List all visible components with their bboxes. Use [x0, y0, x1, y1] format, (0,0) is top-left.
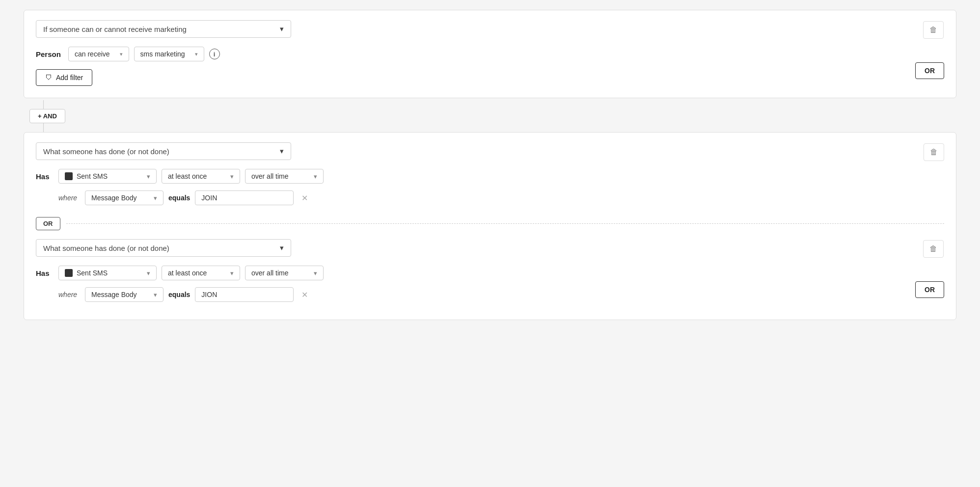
chevron-down-icon: ▾	[230, 270, 234, 277]
info-icon[interactable]: i	[209, 49, 220, 59]
equals-label-3: equals	[168, 291, 190, 298]
time-label-2: over all time	[251, 172, 288, 180]
trash-icon: 🗑	[929, 26, 937, 34]
chevron-down-icon: ▾	[314, 173, 317, 180]
time-select-3[interactable]: over all time ▾	[245, 266, 324, 280]
filter-icon: ⛉	[45, 74, 52, 81]
delete-button-1[interactable]: 🗑	[923, 21, 944, 39]
time-label-3: over all time	[251, 269, 288, 277]
chevron-down-icon: ▾	[314, 270, 317, 277]
freq-select-3[interactable]: at least once ▾	[162, 266, 240, 280]
value-input-3[interactable]	[195, 287, 294, 302]
condition-dropdown-2-label: What someone has done (or not done)	[43, 147, 169, 156]
clear-button-3[interactable]: ✕	[299, 289, 311, 300]
can-receive-select[interactable]: can receive ▾	[68, 47, 129, 61]
trash-icon: 🗑	[929, 244, 937, 253]
field-label-2: Message Body	[91, 194, 137, 202]
chevron-down-icon: ▾	[195, 51, 198, 57]
event-select-2[interactable]: Sent SMS ▾	[58, 169, 157, 184]
chevron-down-icon: ▾	[120, 51, 123, 57]
event-select-3[interactable]: Sent SMS ▾	[58, 266, 157, 280]
event-icon-2	[65, 172, 73, 180]
time-select-2[interactable]: over all time ▾	[245, 169, 324, 184]
where-label-3: where	[58, 291, 80, 298]
equals-label-2: equals	[168, 194, 190, 202]
has-label-3: Has	[36, 269, 54, 277]
event-icon-3	[65, 269, 73, 277]
delete-button-2[interactable]: 🗑	[924, 143, 944, 161]
person-label: Person	[36, 50, 63, 58]
chevron-down-icon: ▾	[154, 291, 157, 298]
and-button[interactable]: + AND	[29, 109, 65, 123]
add-filter-button[interactable]: ⛉ Add filter	[36, 69, 92, 86]
has-label-2: Has	[36, 172, 54, 181]
chevron-down-icon: ▾	[280, 147, 284, 156]
or-divider-button[interactable]: OR	[36, 217, 60, 230]
chevron-down-icon: ▾	[147, 270, 150, 277]
freq-select-2[interactable]: at least once ▾	[162, 169, 240, 184]
freq-label-3: at least once	[168, 269, 207, 277]
condition-dropdown-1[interactable]: If someone can or cannot receive marketi…	[36, 20, 291, 38]
condition-dropdown-1-label: If someone can or cannot receive marketi…	[43, 25, 187, 33]
or-button-3[interactable]: OR	[915, 281, 944, 298]
event-label-3: Sent SMS	[77, 269, 108, 277]
or-button-1[interactable]: OR	[915, 62, 944, 79]
can-receive-label: can receive	[75, 50, 110, 58]
chevron-down-icon: ▾	[280, 25, 284, 33]
field-select-3[interactable]: Message Body ▾	[85, 287, 163, 302]
condition-dropdown-3[interactable]: What someone has done (or not done) ▾	[36, 239, 291, 257]
event-label-2: Sent SMS	[77, 172, 108, 180]
add-filter-label: Add filter	[56, 74, 83, 81]
value-input-2[interactable]	[195, 190, 294, 205]
where-label-2: where	[58, 194, 80, 202]
clear-button-2[interactable]: ✕	[299, 192, 311, 204]
chevron-down-icon: ▾	[280, 244, 284, 252]
chevron-down-icon: ▾	[154, 194, 157, 202]
freq-label-2: at least once	[168, 172, 207, 180]
marketing-type-label: sms marketing	[140, 50, 185, 58]
delete-button-3[interactable]: 🗑	[923, 240, 944, 258]
marketing-type-select[interactable]: sms marketing ▾	[134, 47, 204, 61]
field-label-3: Message Body	[91, 291, 137, 298]
chevron-down-icon: ▾	[230, 173, 234, 180]
condition-dropdown-3-label: What someone has done (or not done)	[43, 244, 169, 252]
trash-icon: 🗑	[930, 148, 938, 156]
chevron-down-icon: ▾	[147, 173, 150, 180]
condition-dropdown-2[interactable]: What someone has done (or not done) ▾	[36, 142, 291, 160]
or-dashed-line	[66, 223, 945, 224]
field-select-2[interactable]: Message Body ▾	[85, 190, 163, 205]
